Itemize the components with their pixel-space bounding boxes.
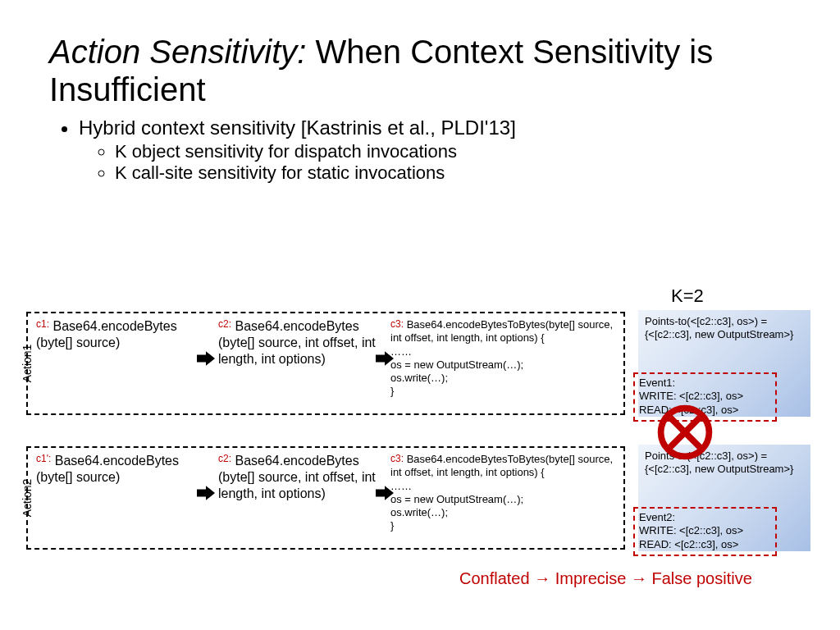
event2-write: WRITE: <[c2::c3], os> [639,524,771,537]
action1-label: Action1 [21,345,34,383]
c3-head: Base64.encodeBytesToBytes(byte[] source,… [390,318,613,344]
c3-body: …… os = new OutputStream(…); os.write(…)… [390,345,627,399]
c1-tag: c1': [36,453,51,464]
action2-c2: c2: Base64.encodeBytes (byte[] source, i… [218,453,381,502]
bullet-top: Hybrid context sensitivity [Kastrinis et… [79,116,791,139]
action2-box: Action2 c1': Base64.encodeBytes (byte[] … [26,446,625,550]
c2-text: Base64.encodeBytes (byte[] source, int o… [218,319,376,366]
event1-write: WRITE: <[c2::c3], os> [639,390,771,403]
event2-read: READ: <[c2::c3], os> [639,538,771,551]
footnote: Conflated → Imprecise → False positive [459,569,752,588]
action2-label: Action2 [21,479,34,518]
cross-icon [656,404,714,461]
event1-title: Event1: [639,377,771,390]
svg-marker-0 [197,351,215,366]
bullet-sub1: K object sensitivity for dispatch invoca… [115,141,791,162]
event2-title: Event2: [639,511,771,524]
bullet-list: Hybrid context sensitivity [Kastrinis et… [49,116,791,184]
action2-c3: c3: Base64.encodeBytesToBytes(byte[] sou… [390,453,627,533]
c3-tag: c3: [390,318,404,330]
c1-text: Base64.encodeBytes (byte[] source) [36,454,179,484]
c3-head: Base64.encodeBytesToBytes(byte[] source,… [390,453,613,478]
k-label: K=2 [671,285,704,307]
c1-tag: c1: [36,318,49,330]
arrow-icon [197,486,215,500]
slide: Action Sensitivity: When Context Sensiti… [0,0,840,200]
event2-box: Event2: WRITE: <[c2::c3], os> READ: <[c2… [633,507,777,556]
c2-tag: c2: [218,318,231,330]
c3-tag: c3: [390,453,404,464]
c3-body: …… os = new OutputStream(…); os.write(…)… [390,480,627,533]
action1-box: Action1 c1: Base64.encodeBytes (byte[] s… [26,312,625,415]
arrow-icon [197,351,215,366]
sub-bullet-list: K object sensitivity for dispatch invoca… [79,141,791,184]
slide-title: Action Sensitivity: When Context Sensiti… [49,33,791,108]
title-italic: Action Sensitivity: [49,34,306,70]
action1-c1: c1: Base64.encodeBytes (byte[] source) [36,318,184,351]
bullet-sub2: K call-site sensitivity for static invoc… [115,162,791,184]
action2-c1: c1': Base64.encodeBytes (byte[] source) [36,453,184,486]
action1-c3: c3: Base64.encodeBytesToBytes(byte[] sou… [390,318,627,399]
svg-marker-2 [197,486,215,500]
c1-text: Base64.encodeBytes (byte[] source) [36,319,177,349]
action1-c2: c2: Base64.encodeBytes (byte[] source, i… [218,318,381,368]
c2-tag: c2: [218,453,231,464]
c2-text: Base64.encodeBytes (byte[] source, int o… [218,454,376,500]
result1-box: Points-to(<[c2::c3], os>) = {<[c2::c3], … [638,310,810,417]
result1-points: Points-to(<[c2::c3], os>) = {<[c2::c3], … [645,315,804,342]
